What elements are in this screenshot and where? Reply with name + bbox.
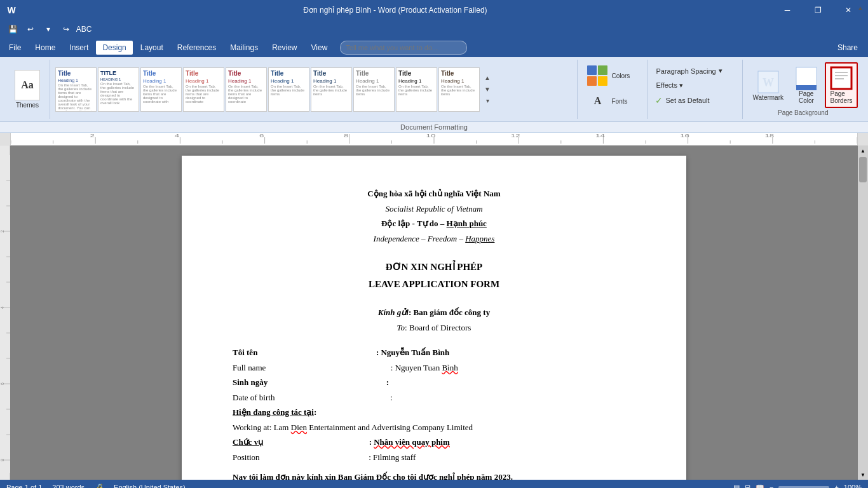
svg-rect-2	[796, 67, 817, 86]
save-button[interactable]: 💾	[5, 22, 20, 37]
redo-button[interactable]: ↪	[58, 22, 74, 37]
share-button[interactable]: Share	[830, 43, 865, 52]
style-body-2: On the Insert Tab, the galleries include…	[100, 82, 137, 105]
word-logo: W	[5, 4, 18, 17]
ruler-left-margin	[0, 133, 10, 145]
ribbon-themes-group: Aa Themes	[5, 60, 50, 119]
doc-line-1: Cộng hòa xã hội chủ nghĩa Việt Nam	[233, 187, 635, 200]
set-default-label: Set as Default	[665, 97, 709, 104]
style-scroll-up[interactable]: ▲	[482, 73, 492, 83]
themes-button[interactable]: Aa Themes	[10, 67, 44, 112]
style-title-9: Title	[398, 70, 435, 77]
field3-vi: Hiện đang công tác tại	[233, 407, 314, 417]
language-info: English (United States)	[114, 484, 186, 489]
menu-layout[interactable]: Layout	[134, 41, 170, 55]
style-title-1: Title	[58, 70, 94, 77]
menu-file[interactable]: File	[3, 41, 27, 55]
style-title-2: TITLE	[100, 70, 137, 76]
style-heading-9: Heading 1	[398, 78, 435, 84]
document-scroll-area[interactable]: Cộng hòa xã hội chủ nghĩa Việt Nam Socia…	[10, 146, 858, 480]
svg-text:4: 4	[175, 133, 179, 138]
style-heading-5: Heading 1	[228, 78, 264, 84]
menu-view[interactable]: View	[305, 41, 334, 55]
tell-me-input[interactable]	[340, 41, 467, 55]
ribbon-expand-button[interactable]: ▲	[855, 3, 865, 13]
svg-text:2: 2	[90, 133, 95, 138]
colors-fonts-items: Colors A Fonts	[583, 62, 640, 116]
style-scroll-down[interactable]: ▼	[482, 85, 492, 95]
field1-en-wavy: Bình	[442, 363, 458, 372]
style-title-7: Title	[313, 70, 349, 77]
style-thumb-10[interactable]: Title Heading 1 On the Insert Tab, the g…	[438, 67, 480, 112]
watermark-button[interactable]: W Watermark	[748, 67, 788, 104]
body-vi: Nay tôi làm đơn này kính xin Ban Giám Đố…	[233, 471, 635, 480]
paragraph-spacing-button[interactable]: Paragraph Spacing ▾	[653, 65, 725, 77]
style-thumb-4[interactable]: Title Heading 1 On the Insert Tab, the g…	[183, 67, 224, 112]
style-heading-3: Heading 1	[143, 78, 179, 84]
style-body-3: On the Insert Tab, the galleries include…	[143, 85, 179, 104]
style-thumb-2[interactable]: TITLE HEADING 1 On the Insert Tab, the g…	[98, 67, 139, 112]
document-title: Đơn nghỉ phép Bình - Word (Product Activ…	[18, 6, 773, 15]
style-expand[interactable]: ▾	[482, 96, 492, 106]
paragraph-spacing-label: Paragraph Spacing	[656, 67, 715, 75]
undo-button[interactable]: ↩	[23, 22, 38, 37]
set-as-default-button[interactable]: ✓ Set as Default	[653, 94, 725, 107]
style-thumb-3[interactable]: Title Heading 1 On the Insert Tab, the g…	[140, 67, 182, 112]
style-thumb-8[interactable]: Title Heading 1 On the Insert Tab, the g…	[353, 67, 395, 112]
menu-review[interactable]: Review	[266, 41, 303, 55]
style-thumb-7[interactable]: Title Heading 1 On the Insert Tab, the g…	[311, 67, 352, 112]
svg-rect-3	[796, 85, 817, 90]
menu-design[interactable]: Design	[96, 41, 132, 55]
restore-button[interactable]: ❐	[803, 0, 832, 20]
field3-sep: :	[314, 407, 316, 417]
fonts-label: Fonts	[611, 98, 627, 105]
scroll-down-button[interactable]: ▼	[858, 470, 868, 480]
scroll-thumb[interactable]	[859, 157, 867, 182]
style-thumb-6[interactable]: Title Heading 1 On the Insert Tab, the g…	[268, 67, 309, 112]
style-title-8: Title	[356, 70, 392, 77]
style-thumb-9[interactable]: Title Heading 1 On the Insert Tab, the g…	[396, 67, 437, 112]
undo-dropdown[interactable]: ▾	[41, 22, 56, 37]
style-heading-6: Heading 1	[271, 78, 307, 84]
ribbon-content: Aa Themes Title Heading 1 On the Insert …	[0, 57, 868, 121]
style-heading-1: Heading 1	[58, 78, 94, 83]
ribbon: Aa Themes Title Heading 1 On the Insert …	[0, 57, 868, 122]
style-heading-10: Heading 1	[441, 78, 477, 84]
spelling-button[interactable]: ABC	[76, 22, 92, 37]
title-bar: W Đơn nghỉ phép Bình - Word (Product Act…	[0, 0, 868, 20]
menu-home[interactable]: Home	[29, 41, 62, 55]
style-thumb-1[interactable]: Title Heading 1 On the Insert Tab, the g…	[55, 67, 97, 112]
page-borders-button[interactable]: Page Borders	[825, 62, 858, 108]
main-heading-2: LEAVE APPLICATION FORM	[233, 277, 635, 292]
field4-en-value: : Filming staff	[369, 452, 416, 462]
menu-references[interactable]: References	[171, 41, 222, 55]
view-read-icon[interactable]: 📖	[756, 484, 764, 489]
menu-mailings[interactable]: Mailings	[224, 41, 264, 55]
colors-icon	[587, 65, 607, 86]
style-body-5: On the Insert Tab, the galleries include…	[228, 85, 264, 104]
window-controls: ─ ❐ ✕	[773, 0, 863, 20]
vertical-scrollbar[interactable]: ▲ ▼	[858, 146, 868, 480]
scroll-up-button[interactable]: ▲	[858, 146, 868, 156]
word-count: 203 words	[52, 484, 85, 489]
field-name-vi: Tôi tên : Nguyễn Tuấn Bình	[233, 346, 635, 359]
view-web-icon[interactable]: ⊟	[745, 484, 750, 489]
menu-insert[interactable]: Insert	[63, 41, 95, 55]
field-dob-vi: Sinh ngày :	[233, 376, 635, 389]
zoom-out-button[interactable]: −	[770, 484, 773, 488]
style-title-6: Title	[271, 70, 307, 77]
page-color-button[interactable]: Page Color	[790, 63, 822, 107]
colors-button[interactable]: Colors	[583, 62, 640, 89]
effects-button[interactable]: Effects ▾	[653, 79, 725, 92]
fonts-button[interactable]: A Fonts	[583, 90, 640, 112]
para-spacing-top: Paragraph Spacing ▾	[656, 67, 722, 75]
page-color-icon	[795, 66, 818, 90]
view-normal-icon[interactable]: ▤	[733, 484, 740, 489]
zoom-in-button[interactable]: +	[834, 484, 838, 488]
scroll-track	[858, 156, 868, 470]
colors-label: Colors	[611, 72, 630, 79]
style-title-3: Title	[143, 70, 179, 77]
minimize-button[interactable]: ─	[773, 0, 802, 20]
status-left: Page 1 of 1 203 words 🔏 English (United …	[6, 484, 186, 489]
style-thumb-5[interactable]: Title Heading 1 On the Insert Tab, the g…	[226, 67, 267, 112]
